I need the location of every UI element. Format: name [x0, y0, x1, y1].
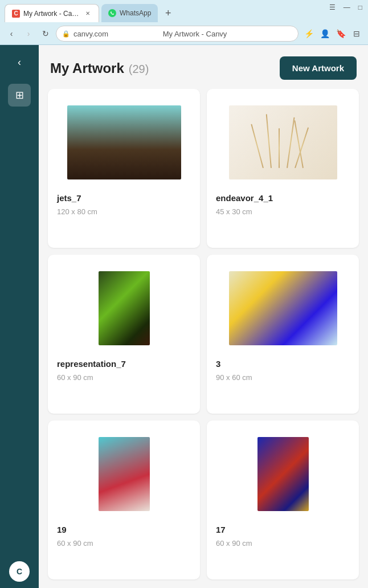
artwork-card-endeavor41[interactable]: endeavor_4_1 45 x 30 cm — [207, 89, 359, 248]
artwork-image-17 — [216, 430, 350, 518]
artwork-thumbnail-17 — [257, 437, 309, 511]
artwork-name-19: 19 — [57, 525, 191, 534]
tab-whatsapp[interactable]: WhatsApp — [101, 4, 158, 22]
extension-icon[interactable]: ⚡ — [302, 27, 316, 40]
page-title: My Artwork — [50, 60, 124, 76]
main-content: My Artwork (29) New Artwork jets_7 120 x… — [39, 45, 368, 588]
artwork-thumbnail-representation7 — [99, 271, 150, 345]
artwork-image-jets7 — [57, 98, 191, 186]
artwork-card-3[interactable]: 3 90 x 60 cm — [207, 255, 359, 414]
back-nav-button[interactable]: ‹ — [9, 52, 30, 72]
artwork-size-representation7: 60 x 90 cm — [57, 373, 191, 382]
artwork-card-jets7[interactable]: jets_7 120 x 80 cm — [48, 89, 200, 248]
forward-button[interactable]: › — [22, 27, 35, 40]
artwork-size-17: 60 x 90 cm — [216, 539, 350, 548]
artwork-image-3 — [216, 264, 350, 352]
address-bar[interactable]: 🔒 canvy.com My Artwork - Canvy — [56, 26, 299, 42]
window-menu-icon[interactable]: ☰ — [329, 3, 336, 11]
artwork-image-endeavor41 — [216, 98, 350, 186]
back-button[interactable]: ‹ — [5, 27, 18, 40]
profile-icon[interactable]: 👤 — [318, 27, 332, 40]
artwork-name-jets7: jets_7 — [57, 193, 191, 203]
artwork-size-3: 90 x 60 cm — [216, 373, 350, 382]
close-tab-canvy[interactable]: ✕ — [84, 10, 92, 18]
artwork-card-representation7[interactable]: representation_7 60 x 90 cm — [48, 255, 200, 414]
artwork-size-jets7: 120 x 80 cm — [57, 207, 191, 216]
back-icon: ‹ — [18, 56, 21, 68]
page-header: My Artwork (29) New Artwork — [39, 45, 368, 89]
sidebar-item-grid[interactable]: ⊞ — [8, 84, 31, 107]
avatar[interactable]: C — [9, 561, 30, 582]
artwork-name-3: 3 — [216, 359, 350, 369]
page-count: (29) — [129, 63, 149, 76]
artwork-image-19 — [57, 430, 191, 518]
artwork-thumbnail-jets7 — [67, 105, 181, 179]
whatsapp-favicon — [108, 9, 116, 17]
tab-whatsapp-label: WhatsApp — [120, 9, 151, 17]
artwork-size-19: 60 x 90 cm — [57, 539, 191, 548]
artwork-name-endeavor41: endeavor_4_1 — [216, 193, 350, 203]
artwork-name-representation7: representation_7 — [57, 359, 191, 369]
lock-icon: 🔒 — [62, 30, 70, 38]
artwork-grid: jets_7 120 x 80 cm — [39, 89, 368, 588]
sidebar-browser-icon[interactable]: ⊟ — [350, 27, 363, 40]
bookmark-icon[interactable]: 🔖 — [334, 27, 347, 40]
grid-icon: ⊞ — [15, 89, 24, 101]
artwork-thumbnail-3 — [229, 271, 337, 345]
page-title-area: My Artwork (29) — [50, 60, 149, 76]
tab-canvy[interactable]: C My Artwork - Canvy ✕ — [5, 4, 99, 22]
window-maximize-icon[interactable]: □ — [358, 3, 362, 11]
artwork-name-17: 17 — [216, 525, 350, 534]
artwork-size-endeavor41: 45 x 30 cm — [216, 207, 350, 216]
reload-button[interactable]: ↻ — [39, 27, 52, 40]
sidebar: ‹ ⊞ C — [0, 45, 39, 588]
artwork-thumbnail-19 — [99, 437, 150, 511]
canvy-favicon: C — [12, 10, 20, 18]
artwork-card-17[interactable]: 17 60 x 90 cm — [207, 420, 359, 579]
window-minimize-icon[interactable]: — — [344, 3, 350, 11]
artwork-card-19[interactable]: 19 60 x 90 cm — [48, 420, 200, 579]
artwork-image-representation7 — [57, 264, 191, 352]
address-bar-title: My Artwork - Canvy — [97, 30, 292, 38]
avatar-letter: C — [17, 567, 22, 576]
tab-canvy-label: My Artwork - Canvy — [23, 10, 80, 18]
artwork-thumbnail-endeavor41 — [229, 105, 337, 179]
new-tab-button[interactable]: + — [160, 5, 176, 21]
new-artwork-button[interactable]: New Artwork — [280, 56, 357, 80]
